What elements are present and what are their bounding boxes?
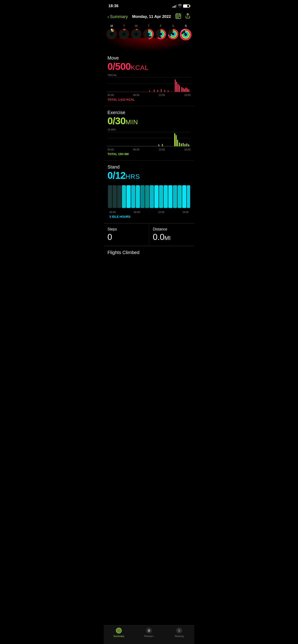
flights-section: Flights Climbed bbox=[104, 246, 194, 257]
steps-value: 0 bbox=[107, 232, 145, 242]
svg-rect-77 bbox=[186, 144, 187, 146]
svg-rect-81 bbox=[117, 185, 121, 208]
svg-rect-86 bbox=[140, 185, 145, 208]
svg-rect-90 bbox=[159, 185, 163, 208]
svg-point-17 bbox=[122, 32, 126, 36]
ring-saturday bbox=[168, 28, 179, 40]
exercise-time-18: 18:00 bbox=[184, 148, 191, 151]
stand-time-12: 12:00 bbox=[158, 211, 165, 214]
stand-time-6: 06:00 bbox=[134, 211, 140, 214]
move-time-12: 12:00 bbox=[159, 94, 165, 96]
svg-rect-62 bbox=[183, 88, 184, 92]
exercise-chart-line-top bbox=[107, 132, 191, 132]
svg-rect-4 bbox=[176, 16, 177, 17]
day-sunday[interactable]: S bbox=[180, 24, 192, 40]
steps-label: Steps bbox=[107, 227, 145, 231]
move-time-18: 18:00 bbox=[184, 94, 191, 96]
stand-time-labels: 00:00 06:00 12:00 18:00 bbox=[107, 210, 191, 214]
move-max-label: 79KCAL bbox=[107, 74, 117, 76]
move-time-labels: 00:00 06:00 12:00 18:00 bbox=[107, 93, 191, 97]
day-tuesday[interactable]: T bbox=[118, 24, 130, 40]
distance-item: Distance 0.0MI bbox=[149, 224, 194, 246]
svg-rect-59 bbox=[178, 84, 178, 92]
svg-rect-83 bbox=[127, 185, 131, 208]
exercise-chart-svg bbox=[107, 133, 191, 147]
exercise-title: Exercise bbox=[107, 110, 191, 115]
svg-rect-93 bbox=[173, 185, 177, 208]
exercise-time-12: 12:00 bbox=[159, 148, 165, 151]
svg-rect-94 bbox=[178, 185, 182, 208]
svg-rect-79 bbox=[108, 185, 112, 208]
exercise-max-label: 15 MIN bbox=[107, 128, 116, 131]
svg-rect-64 bbox=[185, 88, 186, 92]
distance-label: Distance bbox=[153, 227, 191, 231]
svg-point-22 bbox=[134, 32, 138, 36]
exercise-value: 0/30MIN bbox=[107, 116, 191, 126]
exercise-total: TOTAL 15H 8M bbox=[107, 152, 191, 156]
day-label-s2: S bbox=[185, 24, 187, 28]
svg-rect-69 bbox=[162, 144, 163, 146]
svg-rect-6 bbox=[179, 16, 180, 17]
svg-point-11 bbox=[110, 32, 114, 36]
day-label-m: M bbox=[111, 24, 113, 28]
svg-rect-54 bbox=[161, 89, 162, 92]
day-monday[interactable]: M bbox=[106, 24, 117, 40]
distance-value: 0.0MI bbox=[153, 232, 191, 242]
svg-rect-73 bbox=[179, 142, 180, 146]
move-time-6: 06:00 bbox=[133, 94, 139, 96]
svg-rect-7 bbox=[176, 17, 177, 18]
header-date: Monday, 11 Apr 2022 bbox=[132, 14, 171, 19]
day-label-s1: S bbox=[172, 24, 174, 28]
move-separator: / bbox=[113, 61, 115, 72]
ring-friday bbox=[155, 28, 166, 40]
move-chart: 79KCAL bbox=[107, 74, 191, 92]
move-time-0: 00:00 bbox=[107, 94, 114, 96]
svg-rect-60 bbox=[179, 85, 180, 92]
day-saturday[interactable]: S bbox=[168, 24, 179, 40]
back-button[interactable]: ‹ Summary bbox=[107, 14, 128, 20]
svg-rect-80 bbox=[113, 185, 117, 208]
distance-unit: MI bbox=[165, 235, 171, 241]
share-icon[interactable] bbox=[185, 13, 191, 20]
day-label-f: F bbox=[160, 24, 162, 28]
svg-rect-53 bbox=[157, 90, 158, 92]
move-goal: 500 bbox=[115, 61, 131, 72]
svg-point-19 bbox=[123, 29, 125, 30]
ring-sunday bbox=[180, 28, 192, 40]
svg-rect-89 bbox=[154, 185, 159, 208]
svg-rect-65 bbox=[187, 88, 188, 92]
stand-title: Stand bbox=[107, 164, 191, 170]
ring-wednesday bbox=[131, 28, 142, 40]
calendar-icon[interactable] bbox=[175, 13, 181, 20]
ring-tuesday bbox=[118, 28, 130, 40]
day-thursday[interactable]: T bbox=[143, 24, 154, 40]
svg-point-14 bbox=[111, 29, 112, 30]
exercise-time-6: 06:00 bbox=[133, 148, 139, 151]
svg-rect-58 bbox=[176, 82, 177, 92]
svg-rect-91 bbox=[164, 185, 168, 208]
svg-rect-63 bbox=[184, 89, 185, 92]
stand-value: 0/12HRS bbox=[107, 170, 191, 181]
stats-row: Steps 0 Distance 0.0MI bbox=[104, 223, 194, 246]
stand-goal: 12 bbox=[115, 170, 126, 181]
day-label-t2: T bbox=[148, 24, 149, 28]
svg-rect-78 bbox=[188, 144, 189, 146]
day-friday[interactable]: F bbox=[155, 24, 166, 40]
exercise-current: 0 bbox=[107, 116, 113, 126]
svg-rect-75 bbox=[183, 143, 184, 146]
steps-item: Steps 0 bbox=[104, 224, 149, 246]
svg-rect-61 bbox=[181, 87, 182, 92]
stand-time-18: 18:00 bbox=[182, 211, 189, 214]
idle-label: 3 IDLE HOURS bbox=[107, 214, 191, 221]
svg-rect-66 bbox=[188, 90, 189, 92]
stand-separator: / bbox=[113, 170, 115, 181]
svg-rect-92 bbox=[168, 185, 172, 208]
svg-rect-5 bbox=[178, 16, 179, 17]
svg-rect-71 bbox=[176, 135, 177, 146]
svg-rect-57 bbox=[175, 80, 176, 92]
back-chevron-icon: ‹ bbox=[107, 14, 109, 20]
exercise-goal: 30 bbox=[115, 116, 126, 126]
day-wednesday[interactable]: W bbox=[131, 24, 142, 40]
svg-rect-8 bbox=[178, 17, 179, 18]
stand-unit: HRS bbox=[126, 173, 140, 180]
